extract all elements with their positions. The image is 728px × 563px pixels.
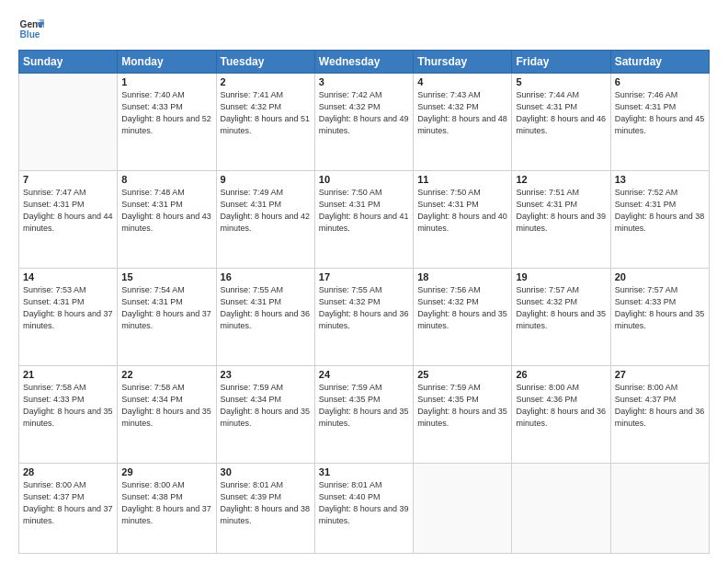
calendar-cell: 20Sunrise: 7:57 AMSunset: 4:33 PMDayligh… [610, 268, 709, 365]
day-number: 4 [417, 76, 507, 87]
day-info: Sunrise: 7:49 AMSunset: 4:31 PMDaylight:… [221, 187, 311, 235]
day-info: Sunrise: 7:50 AMSunset: 4:31 PMDaylight:… [319, 187, 409, 235]
day-info: Sunrise: 7:58 AMSunset: 4:33 PMDaylight:… [23, 382, 113, 430]
calendar-cell: 27Sunrise: 8:00 AMSunset: 4:37 PMDayligh… [610, 365, 709, 463]
weekday-header-saturday: Saturday [610, 51, 709, 74]
day-info: Sunrise: 7:52 AMSunset: 4:31 PMDaylight:… [615, 187, 705, 235]
day-info: Sunrise: 8:01 AMSunset: 4:39 PMDaylight:… [221, 479, 311, 527]
calendar-cell: 8Sunrise: 7:48 AMSunset: 4:31 PMDaylight… [118, 170, 216, 268]
calendar-cell: 12Sunrise: 7:51 AMSunset: 4:31 PMDayligh… [512, 170, 610, 268]
week-row-3: 14Sunrise: 7:53 AMSunset: 4:31 PMDayligh… [19, 268, 710, 365]
day-info: Sunrise: 8:00 AMSunset: 4:36 PMDaylight:… [516, 382, 606, 430]
day-number: 18 [417, 271, 507, 282]
calendar-cell [610, 463, 709, 553]
calendar-table: SundayMondayTuesdayWednesdayThursdayFrid… [18, 50, 710, 554]
day-info: Sunrise: 7:46 AMSunset: 4:31 PMDaylight:… [615, 89, 705, 137]
calendar-cell: 29Sunrise: 8:00 AMSunset: 4:38 PMDayligh… [118, 463, 216, 553]
week-row-5: 28Sunrise: 8:00 AMSunset: 4:37 PMDayligh… [19, 463, 710, 553]
day-info: Sunrise: 7:55 AMSunset: 4:32 PMDaylight:… [319, 284, 409, 332]
day-info: Sunrise: 7:53 AMSunset: 4:31 PMDaylight:… [23, 284, 113, 332]
calendar-cell [414, 463, 512, 553]
weekday-header-monday: Monday [118, 51, 216, 74]
calendar-cell: 13Sunrise: 7:52 AMSunset: 4:31 PMDayligh… [610, 170, 709, 268]
day-number: 13 [615, 174, 705, 185]
svg-text:Blue: Blue [20, 29, 40, 40]
day-info: Sunrise: 7:59 AMSunset: 4:35 PMDaylight:… [417, 382, 507, 430]
day-number: 23 [221, 369, 311, 380]
calendar-cell: 15Sunrise: 7:54 AMSunset: 4:31 PMDayligh… [118, 268, 216, 365]
week-row-4: 21Sunrise: 7:58 AMSunset: 4:33 PMDayligh… [19, 365, 710, 463]
calendar-cell: 22Sunrise: 7:58 AMSunset: 4:34 PMDayligh… [118, 365, 216, 463]
day-info: Sunrise: 8:00 AMSunset: 4:37 PMDaylight:… [615, 382, 705, 430]
day-number: 30 [221, 466, 311, 477]
day-info: Sunrise: 7:42 AMSunset: 4:32 PMDaylight:… [319, 89, 409, 137]
day-number: 20 [615, 271, 705, 282]
day-info: Sunrise: 7:55 AMSunset: 4:31 PMDaylight:… [221, 284, 311, 332]
day-number: 24 [319, 369, 409, 380]
calendar-cell: 24Sunrise: 7:59 AMSunset: 4:35 PMDayligh… [314, 365, 413, 463]
calendar-cell: 23Sunrise: 7:59 AMSunset: 4:34 PMDayligh… [216, 365, 314, 463]
day-number: 17 [319, 271, 409, 282]
calendar-cell: 26Sunrise: 8:00 AMSunset: 4:36 PMDayligh… [512, 365, 610, 463]
calendar-cell: 2Sunrise: 7:41 AMSunset: 4:32 PMDaylight… [216, 74, 314, 171]
day-info: Sunrise: 7:48 AMSunset: 4:31 PMDaylight:… [121, 187, 211, 235]
day-number: 14 [23, 271, 113, 282]
day-number: 12 [516, 174, 606, 185]
calendar-cell: 11Sunrise: 7:50 AMSunset: 4:31 PMDayligh… [414, 170, 512, 268]
day-info: Sunrise: 7:51 AMSunset: 4:31 PMDaylight:… [516, 187, 606, 235]
calendar-cell: 6Sunrise: 7:46 AMSunset: 4:31 PMDaylight… [610, 74, 709, 171]
day-number: 29 [121, 466, 211, 477]
calendar-cell: 28Sunrise: 8:00 AMSunset: 4:37 PMDayligh… [19, 463, 118, 553]
calendar-cell: 25Sunrise: 7:59 AMSunset: 4:35 PMDayligh… [414, 365, 512, 463]
day-info: Sunrise: 7:57 AMSunset: 4:33 PMDaylight:… [615, 284, 705, 332]
calendar-cell [512, 463, 610, 553]
weekday-header-thursday: Thursday [414, 51, 512, 74]
weekday-header-tuesday: Tuesday [216, 51, 314, 74]
day-number: 3 [319, 76, 409, 87]
week-row-2: 7Sunrise: 7:47 AMSunset: 4:31 PMDaylight… [19, 170, 710, 268]
calendar-cell [19, 74, 118, 171]
day-number: 5 [516, 76, 606, 87]
logo-icon: General Blue [18, 17, 44, 42]
day-number: 31 [319, 466, 409, 477]
day-number: 25 [417, 369, 507, 380]
day-info: Sunrise: 7:43 AMSunset: 4:32 PMDaylight:… [417, 89, 507, 137]
day-info: Sunrise: 7:47 AMSunset: 4:31 PMDaylight:… [23, 187, 113, 235]
day-number: 27 [615, 369, 705, 380]
day-info: Sunrise: 8:00 AMSunset: 4:37 PMDaylight:… [23, 479, 113, 527]
calendar-cell: 18Sunrise: 7:56 AMSunset: 4:32 PMDayligh… [414, 268, 512, 365]
day-number: 16 [221, 271, 311, 282]
day-info: Sunrise: 7:58 AMSunset: 4:34 PMDaylight:… [121, 382, 211, 430]
day-info: Sunrise: 7:41 AMSunset: 4:32 PMDaylight:… [221, 89, 311, 137]
calendar-cell: 4Sunrise: 7:43 AMSunset: 4:32 PMDaylight… [414, 74, 512, 171]
day-number: 11 [417, 174, 507, 185]
weekday-header-sunday: Sunday [19, 51, 118, 74]
calendar-cell: 30Sunrise: 8:01 AMSunset: 4:39 PMDayligh… [216, 463, 314, 553]
calendar-cell: 3Sunrise: 7:42 AMSunset: 4:32 PMDaylight… [314, 74, 413, 171]
day-number: 2 [221, 76, 311, 87]
day-number: 28 [23, 466, 113, 477]
calendar-cell: 16Sunrise: 7:55 AMSunset: 4:31 PMDayligh… [216, 268, 314, 365]
day-info: Sunrise: 8:00 AMSunset: 4:38 PMDaylight:… [121, 479, 211, 527]
logo: General Blue [18, 17, 44, 42]
day-number: 15 [121, 271, 211, 282]
day-number: 21 [23, 369, 113, 380]
day-info: Sunrise: 8:01 AMSunset: 4:40 PMDaylight:… [319, 479, 409, 527]
day-info: Sunrise: 7:59 AMSunset: 4:35 PMDaylight:… [319, 382, 409, 430]
day-number: 9 [221, 174, 311, 185]
calendar-cell: 1Sunrise: 7:40 AMSunset: 4:33 PMDaylight… [118, 74, 216, 171]
day-number: 7 [23, 174, 113, 185]
calendar-cell: 10Sunrise: 7:50 AMSunset: 4:31 PMDayligh… [314, 170, 413, 268]
day-info: Sunrise: 7:40 AMSunset: 4:33 PMDaylight:… [121, 89, 211, 137]
calendar-cell: 5Sunrise: 7:44 AMSunset: 4:31 PMDaylight… [512, 74, 610, 171]
calendar-cell: 7Sunrise: 7:47 AMSunset: 4:31 PMDaylight… [19, 170, 118, 268]
day-number: 26 [516, 369, 606, 380]
header: General Blue [18, 17, 710, 42]
day-info: Sunrise: 7:57 AMSunset: 4:32 PMDaylight:… [516, 284, 606, 332]
day-number: 6 [615, 76, 705, 87]
day-number: 22 [121, 369, 211, 380]
calendar-cell: 9Sunrise: 7:49 AMSunset: 4:31 PMDaylight… [216, 170, 314, 268]
day-number: 10 [319, 174, 409, 185]
day-number: 19 [516, 271, 606, 282]
calendar-cell: 17Sunrise: 7:55 AMSunset: 4:32 PMDayligh… [314, 268, 413, 365]
